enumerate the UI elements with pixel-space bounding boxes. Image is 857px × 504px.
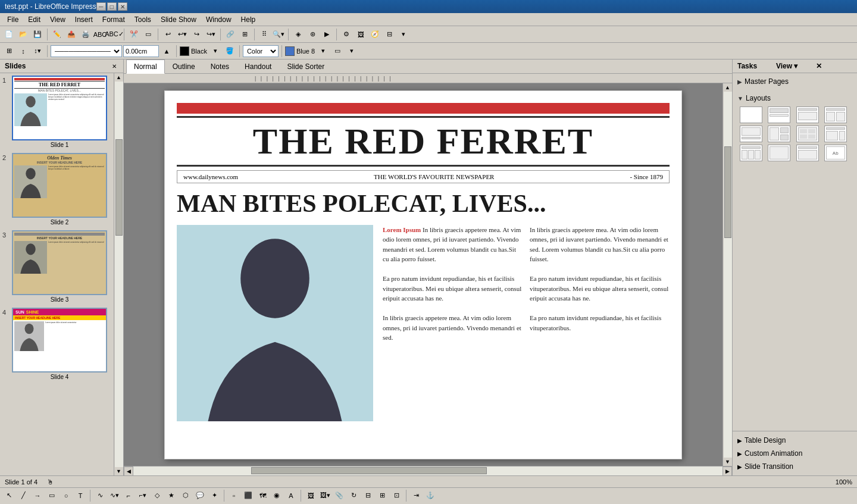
toggle-pts-btn[interactable]: ◉: [270, 489, 283, 502]
more-tb-btn[interactable]: ▾: [345, 45, 358, 58]
curves2-btn[interactable]: ∿▾: [108, 489, 121, 502]
slides-panel-close[interactable]: ✕: [110, 62, 118, 70]
line-style-select[interactable]: ─────────────: [51, 45, 122, 57]
slide-thumbnail-2[interactable]: Olden Times INSERT YOUR HEADLINE HERE Lo…: [12, 153, 107, 218]
hyperlink-button[interactable]: 🔗: [224, 28, 237, 41]
shapes-button[interactable]: ◈: [292, 28, 305, 41]
hscroll-track[interactable]: [133, 467, 722, 475]
master-pages-toggle[interactable]: ▶ Master Pages: [737, 76, 852, 87]
circle-tool[interactable]: ○: [60, 489, 73, 502]
table-button[interactable]: ⊞: [238, 28, 251, 41]
menu-window[interactable]: Window: [201, 14, 236, 25]
grid-button[interactable]: ⠿: [258, 28, 271, 41]
table-design-item[interactable]: ▶ Table Design: [733, 434, 857, 447]
redo2-button[interactable]: ↪▾: [204, 28, 217, 41]
callouts-btn[interactable]: 💬: [193, 489, 207, 502]
horizontal-scrollbar[interactable]: ◀ ▶: [124, 466, 732, 475]
fontwork-btn[interactable]: A: [284, 489, 298, 502]
layout-blank[interactable]: [740, 107, 762, 123]
tab-normal[interactable]: Normal: [126, 60, 165, 74]
tab-slidesorter[interactable]: Slide Sorter: [279, 60, 332, 73]
layout-12[interactable]: Ab: [824, 145, 847, 161]
color-dropdown[interactable]: ▾: [209, 45, 222, 58]
menu-view[interactable]: View: [45, 14, 70, 25]
slides-scroll-track[interactable]: [115, 82, 123, 467]
redo-button[interactable]: ↪: [190, 28, 203, 41]
stars-btn[interactable]: ✦: [208, 489, 221, 502]
present-button[interactable]: ▶: [320, 28, 333, 41]
canvas-scroll-track[interactable]: [724, 92, 732, 458]
slide-thumbnail-3[interactable]: INSERT YOUR HEADLINE HERE Lorem ipsum do…: [12, 230, 107, 295]
sidebar-button[interactable]: ⊟: [383, 28, 396, 41]
img-map-btn[interactable]: 🗺: [256, 489, 269, 502]
print-button[interactable]: 🖨️: [79, 28, 92, 41]
new-button[interactable]: 📄: [2, 28, 15, 41]
line-tool[interactable]: ╱: [17, 489, 30, 502]
flowchart-btn[interactable]: ⬡: [179, 489, 192, 502]
curves-btn[interactable]: ∿: [93, 489, 107, 502]
canvas-vscrollbar[interactable]: ▲ ▼: [722, 83, 732, 466]
custom-animation-item[interactable]: ▶ Custom Animation: [733, 447, 857, 460]
slide-transition-item[interactable]: ▶ Slide Transition: [733, 460, 857, 473]
cut-button[interactable]: ✂️: [127, 28, 140, 41]
layout-6[interactable]: [768, 126, 790, 142]
canvas-scroll-thumb[interactable]: [724, 146, 731, 238]
menu-format[interactable]: Format: [98, 14, 130, 25]
menu-tools[interactable]: Tools: [130, 14, 156, 25]
line-width-input[interactable]: [123, 45, 159, 57]
export-button[interactable]: 📤: [65, 28, 78, 41]
tab-notes[interactable]: Notes: [203, 60, 237, 73]
anchor-btn[interactable]: ⚓: [424, 489, 437, 502]
layouts-toggle[interactable]: ▼ Layouts: [737, 92, 852, 104]
find-button[interactable]: 🔍▾: [272, 28, 285, 41]
color-type-select[interactable]: Color: [243, 45, 279, 57]
tasks-close-button[interactable]: ✕: [816, 62, 852, 70]
rotate-btn[interactable]: ↻: [347, 489, 360, 502]
save-button[interactable]: 💾: [31, 28, 44, 41]
slides-vscrollbar[interactable]: ▲ ▼: [114, 73, 123, 475]
slides-scroll-up[interactable]: ▲: [115, 73, 123, 82]
layout-8[interactable]: [824, 126, 847, 142]
undo-button[interactable]: ↩: [161, 28, 174, 41]
select-tool[interactable]: ↖: [2, 489, 15, 502]
insert-pic2-btn[interactable]: 🖼▾: [318, 489, 331, 502]
layout-11[interactable]: [796, 145, 819, 161]
slide-thumbnail-4[interactable]: SUN SHINE INSERT YOUR HEADLINE HERE: [12, 308, 107, 372]
slides-scroll-thumb[interactable]: [115, 139, 123, 236]
paint-bucket[interactable]: 🪣: [223, 45, 236, 58]
connectors2-btn[interactable]: ⌐▾: [136, 489, 149, 502]
layout-10[interactable]: [768, 145, 790, 161]
minimize-button[interactable]: ─: [96, 2, 106, 11]
rect-tool[interactable]: ▭: [45, 489, 58, 502]
layout-two-col[interactable]: [824, 107, 847, 123]
tasks-view-button[interactable]: View ▾: [774, 62, 815, 70]
menu-edit[interactable]: Edit: [23, 14, 45, 25]
connectors-btn[interactable]: ⌐: [122, 489, 135, 502]
arrow-tool[interactable]: →: [31, 489, 44, 502]
insert-file-btn[interactable]: 📎: [333, 489, 346, 502]
align-draw-btn[interactable]: ⊟: [361, 489, 374, 502]
menu-insert[interactable]: Insert: [70, 14, 98, 25]
ungroup-btn[interactable]: ⊡: [390, 489, 403, 502]
menu-file[interactable]: File: [2, 14, 23, 25]
group-btn[interactable]: ⊞: [376, 489, 389, 502]
layout-title[interactable]: [768, 107, 790, 123]
undo2-button[interactable]: ↩▾: [176, 28, 189, 41]
basic-button[interactable]: ⚙: [340, 28, 353, 41]
more1-button[interactable]: ⊛: [306, 28, 319, 41]
shapes-sym-btn[interactable]: ★: [165, 489, 178, 502]
layout-9[interactable]: [740, 145, 762, 161]
slide-thumbnail-1[interactable]: THE RED FERRET MAN BITES POLECAT, LIVES.…: [12, 76, 107, 140]
more2-button[interactable]: ▾: [397, 28, 410, 41]
tab-outline[interactable]: Outline: [165, 60, 203, 73]
menu-help[interactable]: Help: [236, 14, 261, 25]
shapes-basic-btn[interactable]: ◇: [151, 489, 164, 502]
menu-slideshow[interactable]: Slide Show: [156, 14, 201, 25]
close-button[interactable]: ✕: [118, 2, 127, 11]
text-tool[interactable]: T: [74, 489, 87, 502]
navigator-button[interactable]: 🧭: [368, 28, 381, 41]
open-button[interactable]: 📂: [17, 28, 30, 41]
layout-5[interactable]: [740, 126, 762, 142]
rectangle-button[interactable]: ▭: [142, 28, 155, 41]
color-blue-dropdown[interactable]: ▾: [317, 45, 330, 58]
